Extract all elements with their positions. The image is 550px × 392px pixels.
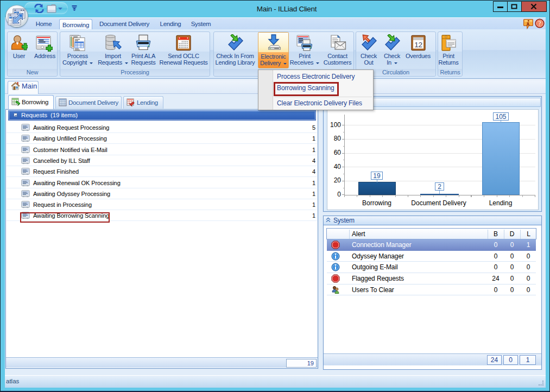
svg-text:12: 12 (414, 41, 422, 49)
svg-text:?: ? (538, 20, 541, 27)
